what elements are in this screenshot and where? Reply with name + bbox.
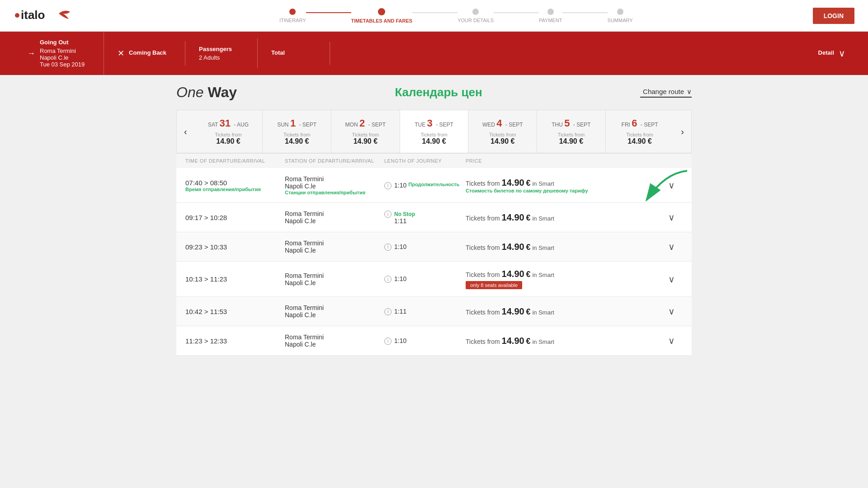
going-out-section[interactable]: → Going Out Roma Termini Napoli C.le Tue… xyxy=(14,32,104,75)
header-price: PRICE xyxy=(466,158,683,164)
train-station: Roma Termini Napoli C.le xyxy=(285,333,384,348)
coming-back-section[interactable]: ✕ Coming Back xyxy=(104,41,185,66)
step-payment[interactable]: PAYMENT xyxy=(539,9,562,23)
date-price: 14.90 € xyxy=(541,137,602,145)
change-route-button[interactable]: Change route ∨ xyxy=(640,88,692,98)
station-from: Roma Termini xyxy=(285,239,384,247)
step-label-payment: PAYMENT xyxy=(539,18,562,23)
step-line-3 xyxy=(494,12,539,13)
train-row[interactable]: 07:40 > 08:50 Время отправления/прибытия… xyxy=(176,168,692,203)
date-col-1[interactable]: SUN 1 - sept Tickets from 14.90 € xyxy=(263,110,331,153)
price-tier: in Smart xyxy=(532,309,554,316)
train-station: Roma Termini Napoli C.le xyxy=(285,239,384,254)
train-row[interactable]: 09:23 > 10:33 Roma Termini Napoli C.le i… xyxy=(176,232,692,262)
train-row[interactable]: 10:13 > 11:23 Roma Termini Napoli C.le i… xyxy=(176,262,692,297)
train-time: 10:42 > 11:53 xyxy=(185,308,285,315)
date-tickets-from: Tickets from xyxy=(472,132,533,137)
tickets-from-label: Tickets from xyxy=(466,180,502,187)
price-currency: € xyxy=(526,270,531,279)
station-to: Napoli C.le xyxy=(285,341,384,348)
price-number: 14.90 xyxy=(502,178,524,188)
going-out-icon: → xyxy=(27,49,35,58)
date-col-0[interactable]: SAT 31 - aug Tickets from 14.90 € xyxy=(194,110,263,153)
train-price: Tickets from 14.90 € in Smart xyxy=(466,242,660,252)
date-day-label: SUN 1 - sept xyxy=(266,117,327,129)
tickets-from-label: Tickets from xyxy=(466,271,502,278)
one-way-heading: One Way xyxy=(176,84,237,101)
logo: italo xyxy=(14,5,72,26)
train-time-text: 10:42 > 11:53 xyxy=(185,308,285,315)
train-duration: i1:10 xyxy=(384,337,466,345)
date-col-6[interactable]: FRI 6 - sept Tickets from 14.90 € xyxy=(606,110,674,153)
detail-section[interactable]: Detail ∨ xyxy=(809,41,854,66)
step-timetables[interactable]: TIMETABLES AND FARES xyxy=(351,8,413,23)
step-details[interactable]: YOUR DETAILS xyxy=(458,9,494,23)
price-number: 14.90 xyxy=(502,242,524,252)
passengers-title: Passengers xyxy=(199,46,232,52)
date-columns: SAT 31 - aug Tickets from 14.90 € SUN 1 … xyxy=(194,110,674,153)
tickets-from-label: Tickets from xyxy=(466,338,502,345)
info-icon: i xyxy=(384,244,392,251)
expand-button[interactable]: ∨ xyxy=(660,212,683,223)
next-date-button[interactable]: › xyxy=(674,117,691,146)
expand-button[interactable]: ∨ xyxy=(660,306,683,317)
annotation-station: Станции отправления/прибытия xyxy=(285,190,384,195)
annotation-time: Время отправления/прибытия xyxy=(185,187,285,192)
price-currency: € xyxy=(526,178,531,188)
detail-title: Detail xyxy=(818,49,834,56)
step-dot-timetables xyxy=(378,8,385,15)
train-duration: i1:10 xyxy=(384,243,466,251)
date-price: 14.90 € xyxy=(404,137,465,145)
annotation-duration: Продолжительность xyxy=(408,182,459,187)
prev-date-button[interactable]: ‹ xyxy=(177,117,194,146)
login-button[interactable]: LOGIN xyxy=(813,8,854,24)
date-price: 14.90 € xyxy=(198,137,259,145)
date-col-5[interactable]: THU 5 - sept Tickets from 14.90 € xyxy=(537,110,606,153)
duration-text: 1:10 xyxy=(394,337,406,344)
date-col-2[interactable]: MON 2 - sept Tickets from 14.90 € xyxy=(331,110,400,153)
date-col-4[interactable]: WED 4 - sept Tickets from 14.90 € xyxy=(468,110,537,153)
duration-text: 1:11 xyxy=(394,217,406,225)
expand-button[interactable]: ∨ xyxy=(660,180,683,191)
train-row[interactable]: 09:17 > 10:28 Roma Termini Napoli C.le i… xyxy=(176,203,692,232)
train-time: 10:13 > 11:23 xyxy=(185,275,285,283)
main-content: One Way Календарь цен Change route ∨ ‹ S… xyxy=(167,75,701,365)
expand-button[interactable]: ∨ xyxy=(660,241,683,252)
train-duration: i1:11 xyxy=(384,308,466,315)
way-suffix: Way xyxy=(208,84,237,100)
step-line-1 xyxy=(306,12,351,13)
header-station: STATION OF DEPARTURE/ARRIVAL xyxy=(285,158,384,164)
expand-button[interactable]: ∨ xyxy=(660,274,683,285)
train-station: Roma Termini Napoli C.le xyxy=(285,304,384,319)
price-tier: in Smart xyxy=(532,244,554,251)
date-tickets-from: Tickets from xyxy=(335,132,396,137)
date-day-label: SAT 31 - aug xyxy=(198,117,259,129)
booking-summary-bar: → Going Out Roma Termini Napoli C.le Tue… xyxy=(0,32,868,75)
step-line-4 xyxy=(562,12,608,13)
step-summary[interactable]: SUMMARY xyxy=(608,9,633,23)
svg-point-0 xyxy=(15,13,19,18)
expand-button[interactable]: ∨ xyxy=(660,335,683,346)
no-stop-label: No Stop xyxy=(394,211,415,217)
station-to: Napoli C.le xyxy=(285,217,384,225)
coming-back-title: Coming Back xyxy=(129,49,166,56)
train-row[interactable]: 11:23 > 12:33 Roma Termini Napoli C.le i… xyxy=(176,326,692,356)
date-day-label: TUE 3 - sept xyxy=(404,117,465,129)
station-to: Napoli C.le xyxy=(285,183,384,190)
tickets-from-label: Tickets from xyxy=(466,215,502,222)
coming-back-icon: ✕ xyxy=(118,48,124,58)
tickets-from-label: Tickets from xyxy=(466,244,502,251)
step-label-timetables: TIMETABLES AND FARES xyxy=(351,18,413,23)
date-tickets-from: Tickets from xyxy=(198,132,259,137)
passengers-value: 2 Adults xyxy=(199,54,232,61)
step-label-itinerary: ITINERARY xyxy=(279,18,306,23)
step-itinerary[interactable]: ITINERARY xyxy=(279,9,306,23)
date-col-3[interactable]: TUE 3 - sept Tickets from 14.90 € xyxy=(400,110,469,153)
station-to: Napoli C.le xyxy=(285,279,384,286)
price-number: 14.90 xyxy=(502,212,524,222)
date-selector: ‹ SAT 31 - aug Tickets from 14.90 € SUN … xyxy=(176,110,692,153)
train-time: 09:17 > 10:28 xyxy=(185,214,285,221)
detail-chevron-icon: ∨ xyxy=(839,48,845,59)
info-icon: i xyxy=(384,276,392,283)
train-row[interactable]: 10:42 > 11:53 Roma Termini Napoli C.le i… xyxy=(176,297,692,326)
